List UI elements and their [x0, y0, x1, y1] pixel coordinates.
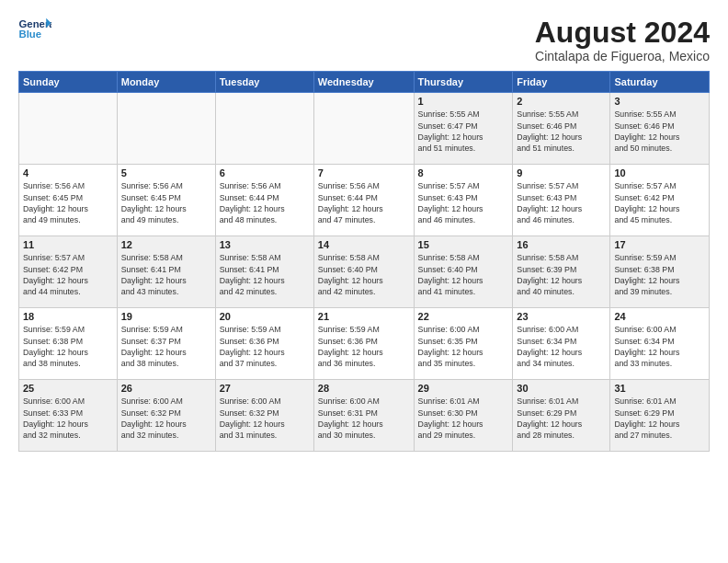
- table-row: 10Sunrise: 5:57 AMSunset: 6:42 PMDayligh…: [610, 165, 710, 236]
- day-number: 25: [23, 383, 113, 394]
- day-info: Sunrise: 6:00 AMSunset: 6:34 PMDaylight:…: [517, 324, 606, 369]
- col-monday: Monday: [117, 72, 215, 93]
- day-number: 17: [614, 239, 705, 250]
- logo-icon: General Blue: [18, 17, 51, 42]
- table-row: 1Sunrise: 5:55 AMSunset: 6:47 PMDaylight…: [414, 93, 513, 165]
- day-number: 24: [614, 311, 705, 322]
- table-row: 2Sunrise: 5:55 AMSunset: 6:46 PMDaylight…: [513, 93, 610, 165]
- table-row: 4Sunrise: 5:56 AMSunset: 6:45 PMDaylight…: [19, 165, 118, 236]
- day-number: 1: [418, 96, 509, 107]
- table-row: 14Sunrise: 5:58 AMSunset: 6:40 PMDayligh…: [313, 236, 414, 308]
- day-info: Sunrise: 5:56 AMSunset: 6:45 PMDaylight:…: [23, 180, 113, 225]
- day-info: Sunrise: 6:01 AMSunset: 6:30 PMDaylight:…: [418, 396, 509, 441]
- location: Cintalapa de Figueroa, Mexico: [535, 49, 710, 63]
- title-block: August 2024 Cintalapa de Figueroa, Mexic…: [535, 17, 710, 63]
- calendar-week-row: 1Sunrise: 5:55 AMSunset: 6:47 PMDaylight…: [19, 93, 710, 165]
- col-wednesday: Wednesday: [313, 72, 414, 93]
- table-row: 20Sunrise: 5:59 AMSunset: 6:36 PMDayligh…: [215, 308, 313, 380]
- table-row: 27Sunrise: 6:00 AMSunset: 6:32 PMDayligh…: [215, 380, 313, 452]
- calendar-week-row: 25Sunrise: 6:00 AMSunset: 6:33 PMDayligh…: [19, 380, 710, 452]
- table-row: 16Sunrise: 5:58 AMSunset: 6:39 PMDayligh…: [513, 236, 610, 308]
- table-row: 25Sunrise: 6:00 AMSunset: 6:33 PMDayligh…: [19, 380, 118, 452]
- table-row: 13Sunrise: 5:58 AMSunset: 6:41 PMDayligh…: [215, 236, 313, 308]
- table-row: 8Sunrise: 5:57 AMSunset: 6:43 PMDaylight…: [414, 165, 513, 236]
- day-number: 4: [23, 167, 113, 178]
- table-row: [19, 93, 118, 165]
- day-info: Sunrise: 5:57 AMSunset: 6:43 PMDaylight:…: [517, 180, 606, 225]
- day-info: Sunrise: 5:56 AMSunset: 6:44 PMDaylight:…: [220, 180, 310, 225]
- day-number: 26: [121, 383, 211, 394]
- day-number: 18: [23, 311, 113, 322]
- day-number: 31: [614, 383, 705, 394]
- day-info: Sunrise: 6:00 AMSunset: 6:32 PMDaylight:…: [121, 396, 211, 441]
- logo: General Blue: [18, 17, 51, 42]
- day-number: 19: [121, 311, 211, 322]
- table-row: 12Sunrise: 5:58 AMSunset: 6:41 PMDayligh…: [117, 236, 215, 308]
- table-row: 3Sunrise: 5:55 AMSunset: 6:46 PMDaylight…: [610, 93, 710, 165]
- table-row: 5Sunrise: 5:56 AMSunset: 6:45 PMDaylight…: [117, 165, 215, 236]
- month-year: August 2024: [535, 17, 710, 49]
- day-info: Sunrise: 5:57 AMSunset: 6:42 PMDaylight:…: [614, 180, 705, 225]
- calendar: Sunday Monday Tuesday Wednesday Thursday…: [18, 71, 710, 452]
- table-row: 7Sunrise: 5:56 AMSunset: 6:44 PMDaylight…: [313, 165, 414, 236]
- calendar-week-row: 18Sunrise: 5:59 AMSunset: 6:38 PMDayligh…: [19, 308, 710, 380]
- day-info: Sunrise: 6:01 AMSunset: 6:29 PMDaylight:…: [517, 396, 606, 441]
- calendar-header-row: Sunday Monday Tuesday Wednesday Thursday…: [19, 72, 710, 93]
- day-number: 14: [318, 239, 410, 250]
- day-info: Sunrise: 5:59 AMSunset: 6:38 PMDaylight:…: [614, 252, 705, 297]
- day-info: Sunrise: 5:58 AMSunset: 6:41 PMDaylight:…: [121, 252, 211, 297]
- day-info: Sunrise: 5:59 AMSunset: 6:36 PMDaylight:…: [220, 324, 310, 369]
- day-number: 29: [418, 383, 509, 394]
- calendar-week-row: 4Sunrise: 5:56 AMSunset: 6:45 PMDaylight…: [19, 165, 710, 236]
- day-info: Sunrise: 6:00 AMSunset: 6:35 PMDaylight:…: [418, 324, 509, 369]
- day-info: Sunrise: 5:58 AMSunset: 6:40 PMDaylight:…: [418, 252, 509, 297]
- table-row: 30Sunrise: 6:01 AMSunset: 6:29 PMDayligh…: [513, 380, 610, 452]
- day-info: Sunrise: 5:58 AMSunset: 6:41 PMDaylight:…: [220, 252, 310, 297]
- day-number: 15: [418, 239, 509, 250]
- day-number: 21: [318, 311, 410, 322]
- table-row: 6Sunrise: 5:56 AMSunset: 6:44 PMDaylight…: [215, 165, 313, 236]
- table-row: 22Sunrise: 6:00 AMSunset: 6:35 PMDayligh…: [414, 308, 513, 380]
- day-number: 28: [318, 383, 410, 394]
- day-info: Sunrise: 6:00 AMSunset: 6:31 PMDaylight:…: [318, 396, 410, 441]
- table-row: 28Sunrise: 6:00 AMSunset: 6:31 PMDayligh…: [313, 380, 414, 452]
- day-number: 2: [517, 96, 606, 107]
- day-info: Sunrise: 5:55 AMSunset: 6:47 PMDaylight:…: [418, 109, 509, 154]
- svg-text:Blue: Blue: [19, 29, 42, 40]
- table-row: 19Sunrise: 5:59 AMSunset: 6:37 PMDayligh…: [117, 308, 215, 380]
- table-row: 11Sunrise: 5:57 AMSunset: 6:42 PMDayligh…: [19, 236, 118, 308]
- day-info: Sunrise: 5:59 AMSunset: 6:37 PMDaylight:…: [121, 324, 211, 369]
- day-number: 27: [220, 383, 310, 394]
- day-number: 9: [517, 167, 606, 178]
- table-row: 24Sunrise: 6:00 AMSunset: 6:34 PMDayligh…: [610, 308, 710, 380]
- col-tuesday: Tuesday: [215, 72, 313, 93]
- day-number: 7: [318, 167, 410, 178]
- table-row: 18Sunrise: 5:59 AMSunset: 6:38 PMDayligh…: [19, 308, 118, 380]
- day-info: Sunrise: 6:01 AMSunset: 6:29 PMDaylight:…: [614, 396, 705, 441]
- day-info: Sunrise: 6:00 AMSunset: 6:34 PMDaylight:…: [614, 324, 705, 369]
- day-info: Sunrise: 5:55 AMSunset: 6:46 PMDaylight:…: [517, 109, 606, 154]
- day-info: Sunrise: 6:00 AMSunset: 6:33 PMDaylight:…: [23, 396, 113, 441]
- col-friday: Friday: [513, 72, 610, 93]
- day-number: 22: [418, 311, 509, 322]
- calendar-week-row: 11Sunrise: 5:57 AMSunset: 6:42 PMDayligh…: [19, 236, 710, 308]
- day-number: 23: [517, 311, 606, 322]
- table-row: 29Sunrise: 6:01 AMSunset: 6:30 PMDayligh…: [414, 380, 513, 452]
- table-row: [215, 93, 313, 165]
- day-number: 10: [614, 167, 705, 178]
- col-sunday: Sunday: [19, 72, 118, 93]
- col-saturday: Saturday: [610, 72, 710, 93]
- day-info: Sunrise: 5:56 AMSunset: 6:44 PMDaylight:…: [318, 180, 410, 225]
- day-number: 30: [517, 383, 606, 394]
- day-number: 16: [517, 239, 606, 250]
- day-number: 5: [121, 167, 211, 178]
- day-info: Sunrise: 5:59 AMSunset: 6:38 PMDaylight:…: [23, 324, 113, 369]
- day-info: Sunrise: 5:59 AMSunset: 6:36 PMDaylight:…: [318, 324, 410, 369]
- table-row: [117, 93, 215, 165]
- day-number: 8: [418, 167, 509, 178]
- table-row: 9Sunrise: 5:57 AMSunset: 6:43 PMDaylight…: [513, 165, 610, 236]
- table-row: 17Sunrise: 5:59 AMSunset: 6:38 PMDayligh…: [610, 236, 710, 308]
- table-row: 23Sunrise: 6:00 AMSunset: 6:34 PMDayligh…: [513, 308, 610, 380]
- table-row: 31Sunrise: 6:01 AMSunset: 6:29 PMDayligh…: [610, 380, 710, 452]
- day-number: 11: [23, 239, 113, 250]
